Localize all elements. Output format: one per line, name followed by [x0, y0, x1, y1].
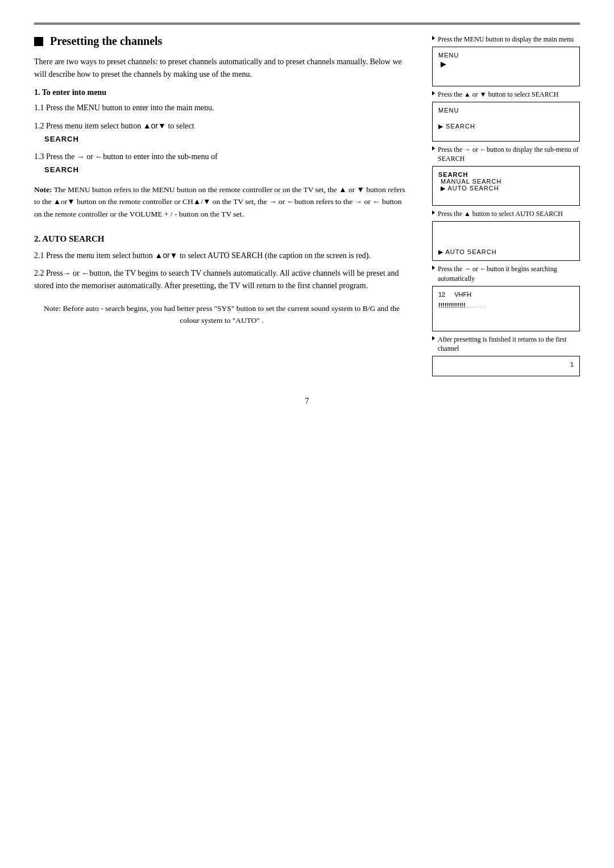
page-number: 7	[34, 397, 580, 406]
step2-box-line1: MENU	[438, 107, 574, 114]
item-1-2-pre: 1.2 Press menu item select button	[34, 122, 141, 130]
item-1-2-symbol: ▲or▼	[143, 121, 166, 130]
progress-filled: !!!!!!!!!!!!!	[438, 302, 466, 309]
diagram-step-6: After presetting is finished it returns …	[432, 335, 580, 377]
step3-box-line1: SEARCH	[438, 171, 574, 178]
top-rule	[34, 23, 580, 24]
item-1-3-label: SEARCH	[34, 164, 409, 176]
subsection2-title: 2. AUTO SEARCH	[34, 234, 409, 244]
item-1-2: 1.2 Press menu item select button ▲or▼ t…	[34, 120, 409, 145]
step1-annotation: Press the MENU button to display the mai…	[432, 35, 580, 44]
section-title: Presetting the channels	[34, 35, 409, 48]
diagram-step-2: Press the ▲ or ▼ button to select SEARCH…	[432, 90, 580, 142]
step4-annotation: Press the ▲ button to select AUTO SEARCH	[432, 209, 580, 219]
step5-box: 12 VHFH !!!!!!!!!!!!!.........	[432, 286, 580, 331]
diagram-step-5: Press the → or ←button it begins searchi…	[432, 264, 580, 331]
item-2-1-post: to select AUTO SEARCH (the caption on th…	[180, 251, 371, 260]
step3-box: SEARCH MANUAL SEARCH ▶ AUTO SEARCH	[432, 166, 580, 206]
item-1-3: 1.3 Press the → or ←button to enter into…	[34, 151, 409, 176]
note-label: Note:	[34, 185, 52, 194]
step6-annotation: After presetting is finished it returns …	[432, 335, 580, 354]
intro-paragraph: There are two ways to preset channels: t…	[34, 56, 409, 80]
progress-empty: .........	[466, 302, 487, 309]
step5-channel-num: 12	[438, 291, 445, 298]
item-1-1: 1.1 Press the MENU button to enter into …	[34, 102, 409, 114]
item-1-2-label: SEARCH	[34, 134, 409, 145]
page: Presetting the channels There are two wa…	[0, 0, 614, 868]
step5-annotation: Press the → or ←button it begins searchi…	[432, 264, 580, 284]
step2-annotation: Press the ▲ or ▼ button to select SEARCH	[432, 90, 580, 99]
step6-channel-num: 1	[570, 361, 574, 368]
item-2-1-symbol: ▲or▼	[155, 251, 177, 260]
right-column: Press the MENU button to display the mai…	[432, 35, 580, 380]
step3-annotation: Press the → or ←button to display the su…	[432, 145, 580, 164]
step4-box: ▶ AUTO SEARCH	[432, 221, 580, 261]
step1-box-line2: ▶	[441, 60, 574, 68]
item-2-1: 2.1 Press the menu item select button ▲o…	[34, 250, 409, 262]
main-layout: Presetting the channels There are two wa…	[34, 35, 580, 380]
step4-box-line2: ▶ AUTO SEARCH	[438, 248, 497, 256]
item-2-2: 2.2 Press→ or ←button, the TV begins to …	[34, 267, 409, 292]
diagram-step-4: Press the ▲ button to select AUTO SEARCH…	[432, 209, 580, 261]
step1-box-line1: MENU	[438, 52, 574, 59]
subsection1-title: 1. To enter into menu	[34, 88, 409, 97]
step1-box: MENU ▶	[432, 47, 580, 86]
diagram-step-1: Press the MENU button to display the mai…	[432, 35, 580, 86]
black-square-icon	[34, 37, 43, 46]
item-2-1-pre: 2.1 Press the menu item select button	[34, 251, 153, 260]
step2-box-line3: ▶ SEARCH	[438, 123, 574, 130]
note-text: The MENU button refers to the MENU butto…	[34, 185, 405, 218]
note-block: Note: The MENU button refers to the MENU…	[34, 184, 409, 221]
left-column: Presetting the channels There are two wa…	[34, 35, 409, 327]
step5-channel-line: 12 VHFH	[438, 291, 574, 298]
section-heading-text: Presetting the channels	[50, 35, 162, 48]
item-1-2-post: to select	[168, 122, 194, 130]
progress-bar: !!!!!!!!!!!!!.........	[438, 301, 574, 309]
step5-channel-type: VHFH	[454, 291, 471, 298]
step3-box-line3: ▶ AUTO SEARCH	[438, 185, 574, 192]
step3-box-line2: MANUAL SEARCH	[438, 178, 574, 185]
step6-box: 1	[432, 356, 580, 376]
step6-channel: 1	[438, 361, 574, 368]
item-1-3-pre: 1.3 Press the → or ←button to enter into…	[34, 152, 218, 161]
diagram-step-3: Press the → or ←button to display the su…	[432, 145, 580, 206]
bottom-note: Note: Before auto - search begins, you h…	[34, 302, 409, 327]
step2-box: MENU ▶ SEARCH	[432, 102, 580, 142]
